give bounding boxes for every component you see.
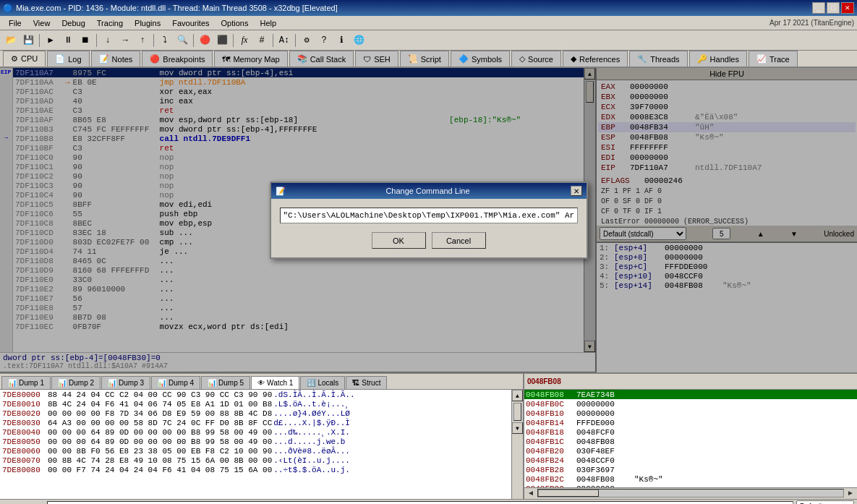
dump-tab-struct[interactable]: 🏗Struct xyxy=(346,376,387,389)
toolbar-about[interactable]: ℹ xyxy=(333,33,349,48)
toolbar-bp[interactable]: 🔴 xyxy=(197,33,213,48)
modal-ok-button[interactable]: OK xyxy=(372,232,426,249)
hex-dump-row[interactable]: 7DE8007000 8B 4C 74 28 E8 49 10 08 75 15… xyxy=(0,456,511,465)
tab-symbols[interactable]: 🔷 Symbols xyxy=(451,51,510,67)
hex-dump-row[interactable]: 7DE8004000 00 00 64 89 0D 00 00 00 00 B8… xyxy=(0,427,511,437)
toolbar-step-into[interactable]: ↓ xyxy=(100,33,116,48)
hex-dump-row[interactable]: 7DE8006000 00 8B F0 56 E8 23 38 05 00 EB… xyxy=(0,446,511,456)
toolbar-step-out[interactable]: ↑ xyxy=(135,33,150,48)
tab-handles[interactable]: 🔑 Handles xyxy=(689,51,747,67)
cmdline-input[interactable] xyxy=(280,208,578,223)
tab-script[interactable]: 📜 Script xyxy=(400,51,449,67)
dump-tab-dump-2[interactable]: 📊Dump 2 xyxy=(51,376,101,389)
toolbar-trace[interactable]: 🔍 xyxy=(174,33,190,48)
dump-tab-locals[interactable]: 🔣Locals xyxy=(300,376,345,389)
menu-options[interactable]: Options xyxy=(216,17,255,29)
toolbar-sep6 xyxy=(273,34,273,47)
toolbar-run-to-cursor[interactable]: ⤵ xyxy=(157,33,173,48)
dump-table-area[interactable]: 7DE8000088 44 24 04 CC C2 04 00 CC 90 C3… xyxy=(0,390,511,499)
dump-scrollbar[interactable]: ▲ ▼ xyxy=(511,390,523,499)
toolbar-hash[interactable]: # xyxy=(254,33,270,48)
dump-scroll-up[interactable]: ▲ xyxy=(512,390,523,401)
tab-notes[interactable]: 📝 Notes xyxy=(91,51,141,67)
tab-trace[interactable]: 📈 Trace xyxy=(749,51,798,67)
tab-source[interactable]: ◇ Source xyxy=(511,51,561,67)
menu-debug[interactable]: Debug xyxy=(56,17,90,29)
hex-dump-row[interactable]: 7DE8000088 44 24 04 CC C2 04 00 CC 90 C3… xyxy=(0,390,511,399)
tab-log-icon: 📄 xyxy=(55,54,65,64)
hex-dump-row[interactable]: 7DE8005000 00 00 64 89 0D 00 00 00 00 B8… xyxy=(0,437,511,446)
maximize-button[interactable]: □ xyxy=(827,2,840,14)
toolbar-globe[interactable]: 🌐 xyxy=(351,33,367,48)
toolbar-step-over[interactable]: → xyxy=(117,33,133,48)
title-buttons[interactable]: _ □ ✕ xyxy=(812,2,854,14)
tab-breakpoints[interactable]: 🔴 Breakpoints xyxy=(142,51,213,67)
tab-src-icon: ◇ xyxy=(519,54,525,64)
toolbar-sep3 xyxy=(153,34,154,47)
stack-dump-row[interactable]: 0048FB20030F48EF xyxy=(524,446,857,456)
stack-dump-row[interactable]: 0048FB1C0048FB08 xyxy=(524,437,857,446)
menu-view[interactable]: View xyxy=(27,17,56,29)
tab-bp-icon: 🔴 xyxy=(150,54,160,64)
tab-memmap[interactable]: 🗺 Memory Map xyxy=(214,51,287,67)
hex-dump-row[interactable]: 7DE8008000 00 F7 74 24 04 24 04 F6 41 04… xyxy=(0,465,511,474)
command-mode-dropdown[interactable]: Default xyxy=(796,500,854,505)
dump-tab-watch-1[interactable]: 👁Watch 1 xyxy=(251,376,299,389)
toolbar-run[interactable]: ▶ xyxy=(43,33,59,48)
stack-dump-row[interactable]: 0048FB240048CCF0 xyxy=(524,456,857,465)
menu-favourites[interactable]: Favourites xyxy=(166,17,215,29)
menu-tracing[interactable]: Tracing xyxy=(91,17,129,29)
stack-dump-row[interactable]: 0048FB2C0048FB08"Ks®~" xyxy=(524,474,857,484)
toolbar-font[interactable]: A↕ xyxy=(276,33,292,48)
stack-dump-row[interactable]: 0048FB14FFFDE000 xyxy=(524,418,857,427)
tab-tr-label: Trace xyxy=(769,55,790,64)
toolbar-sep5 xyxy=(233,34,234,47)
modal-overlay: 📝 Change Command Line ✕ OK Cancel xyxy=(0,68,857,372)
close-button[interactable]: ✕ xyxy=(841,2,854,14)
toolbar-restart[interactable]: ⏹ xyxy=(77,33,93,48)
stack-dump-row[interactable]: 0048FB180048FCF0 xyxy=(524,427,857,437)
tab-seh[interactable]: 🛡 SEH xyxy=(355,51,398,67)
toolbar-pause[interactable]: ⏸ xyxy=(60,33,76,48)
toolbar-mem-bp[interactable]: ⬛ xyxy=(214,33,230,48)
toolbar-open[interactable]: 📂 xyxy=(3,33,19,48)
stack-dump-row[interactable]: 0048FB087EAE734B xyxy=(524,390,857,399)
command-input[interactable] xyxy=(47,501,793,505)
stack-dump-header: 0048FB08 xyxy=(524,374,857,390)
change-cmdline-modal: 📝 Change Command Line ✕ OK Cancel xyxy=(270,181,588,259)
tab-threads[interactable]: 🔧 Threads xyxy=(629,51,687,67)
stack-dump-row[interactable]: 0048FB28030F3697 xyxy=(524,465,857,474)
menu-file[interactable]: File xyxy=(3,17,27,29)
tab-references[interactable]: ◆ References xyxy=(563,51,628,67)
tab-seh-icon: 🛡 xyxy=(363,55,371,64)
hex-dump-row[interactable]: 7DE8002000 00 00 00 F8 7D 34 06 D8 E9 59… xyxy=(0,409,511,418)
dump-tab-dump-4[interactable]: 📊Dump 4 xyxy=(151,376,200,389)
hex-dump-row[interactable]: 7DE800108B 4C 24 04 F6 41 04 06 74 05 E8… xyxy=(0,399,511,409)
dump-tab-dump-3[interactable]: 📊Dump 3 xyxy=(101,376,150,389)
menu-help[interactable]: Help xyxy=(254,17,282,29)
dump-scroll-down[interactable]: ▼ xyxy=(512,422,523,434)
stack-panel: 0048FB08 0048FB087EAE734B0048FB0C0000000… xyxy=(524,374,857,499)
minimize-button[interactable]: _ xyxy=(812,2,825,14)
stack-dump-row[interactable]: 0048FB1000000000 xyxy=(524,409,857,418)
dump-tab-dump-1[interactable]: 📊Dump 1 xyxy=(1,376,51,389)
toolbar-help[interactable]: ? xyxy=(316,33,332,48)
menu-plugins[interactable]: Plugins xyxy=(129,17,166,29)
tab-cpu[interactable]: ⚙ CPU xyxy=(3,51,46,67)
tab-callstack[interactable]: 📚 Call Stack xyxy=(289,51,354,67)
toolbar-save[interactable]: 💾 xyxy=(20,33,36,48)
hex-dump-row[interactable]: 7DE8003064 A3 00 00 00 00 58 8D 7C 24 0C… xyxy=(0,418,511,427)
tab-ref-label: References xyxy=(579,55,620,64)
stack-data-area[interactable]: 0048FB087EAE734B0048FB0C000000000048FB10… xyxy=(524,390,857,487)
modal-cancel-button[interactable]: Cancel xyxy=(432,232,486,249)
toolbar-settings[interactable]: ⚙ xyxy=(299,33,315,48)
tab-log[interactable]: 📄 Log xyxy=(47,51,89,67)
dump-tab-dump-5[interactable]: 📊Dump 5 xyxy=(201,376,250,389)
tab-seh-label: SEH xyxy=(374,55,391,64)
stack-scroll-bottom: ◄ ► xyxy=(524,487,857,499)
stack-dump-row[interactable]: 0048FB0C00000000 xyxy=(524,399,857,409)
modal-title-bar: 📝 Change Command Line ✕ xyxy=(271,183,587,199)
main-container: EIP → 7DF110A7 8975 FC mov dword ptr ss:… xyxy=(0,68,857,372)
toolbar-fx[interactable]: fx xyxy=(236,33,252,48)
modal-close-button[interactable]: ✕ xyxy=(571,186,582,196)
